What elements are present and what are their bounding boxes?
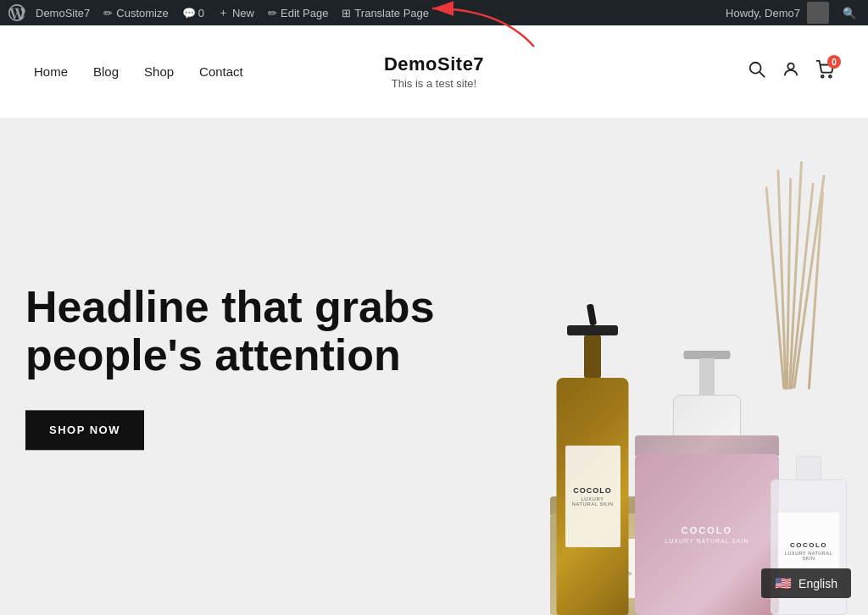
- admin-bar-edit-page[interactable]: ✏ Edit Page: [261, 0, 335, 25]
- svg-point-1: [750, 63, 761, 74]
- header-user-icon[interactable]: [782, 60, 800, 83]
- search-icon: 🔍: [843, 7, 856, 19]
- pump-body: COCOLO LUXURY NATURAL SKIN: [557, 378, 629, 615]
- pump-head: [567, 325, 618, 335]
- reed-sticks: [774, 152, 817, 390]
- pump-label: COCOLO LUXURY NATURAL SKIN: [565, 446, 620, 547]
- comment-count: 0: [198, 7, 204, 19]
- diffuser-neck: [796, 456, 821, 481]
- language-flag: 🇺🇸: [775, 575, 792, 591]
- edit-page-label: Edit Page: [281, 7, 328, 19]
- svg-line-2: [760, 72, 765, 77]
- admin-bar-customize[interactable]: ✏ Customize: [97, 0, 175, 25]
- admin-bar-search[interactable]: 🔍: [836, 0, 863, 25]
- nav-contact[interactable]: Contact: [199, 64, 243, 79]
- diffuser-brand: COCOLO: [790, 541, 827, 549]
- translate-page-label: Translate Page: [354, 7, 429, 19]
- admin-bar-comments[interactable]: 💬 0: [175, 0, 211, 25]
- admin-bar-new[interactable]: ＋ New: [211, 0, 261, 25]
- customize-label: Customize: [116, 7, 168, 19]
- site-tagline: This is a test site!: [384, 77, 484, 90]
- header-cart-icon[interactable]: 0: [815, 60, 834, 83]
- pump-brand: COCOLO: [573, 486, 612, 495]
- site-branding: DemoSite7 This is a test site!: [384, 53, 484, 90]
- hero-text: Headline that grabs people's attention S…: [25, 283, 475, 450]
- edit-icon: ✏: [268, 7, 277, 19]
- hero-headline: Headline that grabs people's attention: [25, 283, 475, 380]
- svg-point-5: [829, 75, 832, 78]
- pump-sub: LUXURY NATURAL SKIN: [570, 496, 616, 507]
- user-avatar-icon: [807, 2, 829, 24]
- wp-logo[interactable]: [5, 0, 29, 25]
- white-bottle-neck: [699, 358, 715, 396]
- comment-icon: 💬: [182, 7, 196, 19]
- plus-icon: ＋: [218, 5, 229, 20]
- language-selector[interactable]: 🇺🇸 English: [761, 568, 851, 598]
- pump-bottle-product: COCOLO LUXURY NATURAL SKIN: [546, 310, 639, 615]
- admin-bar-right: Howdy, Demo7 🔍: [719, 0, 863, 25]
- howdy-label: Howdy, Demo7: [726, 7, 800, 19]
- diffuser-sub: LUXURY NATURAL SKIN: [782, 551, 836, 561]
- cart-count-badge: 0: [827, 55, 841, 69]
- svg-point-4: [821, 75, 824, 78]
- site-title: DemoSite7: [384, 53, 484, 75]
- translate-icon: ⊞: [342, 7, 351, 19]
- header-search-icon[interactable]: [748, 60, 766, 83]
- svg-point-3: [787, 64, 793, 69]
- new-label: New: [232, 7, 254, 19]
- nav-blog[interactable]: Blog: [93, 64, 119, 79]
- customize-icon: ✏: [103, 7, 113, 19]
- round-jar-lid: [635, 435, 779, 456]
- admin-bar-howdy[interactable]: Howdy, Demo7: [719, 0, 836, 25]
- pump-nozzle: [587, 303, 597, 325]
- site-header: Home Blog Shop Contact DemoSite7 This is…: [0, 25, 868, 119]
- round-jar-product: COCOLO LUXURY NATURAL SKIN: [631, 420, 783, 615]
- site-name-label: DemoSite7: [36, 7, 90, 19]
- shop-now-button[interactable]: SHOP NOW: [25, 411, 144, 451]
- round-jar-sub: LUXURY NATURAL SKIN: [665, 538, 748, 544]
- nav-home[interactable]: Home: [34, 64, 68, 79]
- pump-neck: [584, 335, 601, 378]
- round-jar-body: COCOLO LUXURY NATURAL SKIN: [635, 454, 779, 615]
- round-jar-brand: COCOLO: [665, 525, 748, 535]
- site-nav: Home Blog Shop Contact: [34, 64, 243, 79]
- admin-bar: DemoSite7 ✏ Customize 💬 0 ＋ New ✏ Edit P…: [0, 0, 868, 25]
- nav-shop[interactable]: Shop: [144, 64, 174, 79]
- language-label: English: [798, 577, 837, 590]
- admin-bar-site-name[interactable]: DemoSite7: [29, 0, 97, 25]
- header-icons: 0: [748, 60, 834, 83]
- round-jar-label: COCOLO LUXURY NATURAL SKIN: [665, 525, 748, 544]
- admin-bar-translate-page[interactable]: ⊞ Translate Page: [335, 0, 436, 25]
- hero-section: Headline that grabs people's attention S…: [0, 119, 868, 615]
